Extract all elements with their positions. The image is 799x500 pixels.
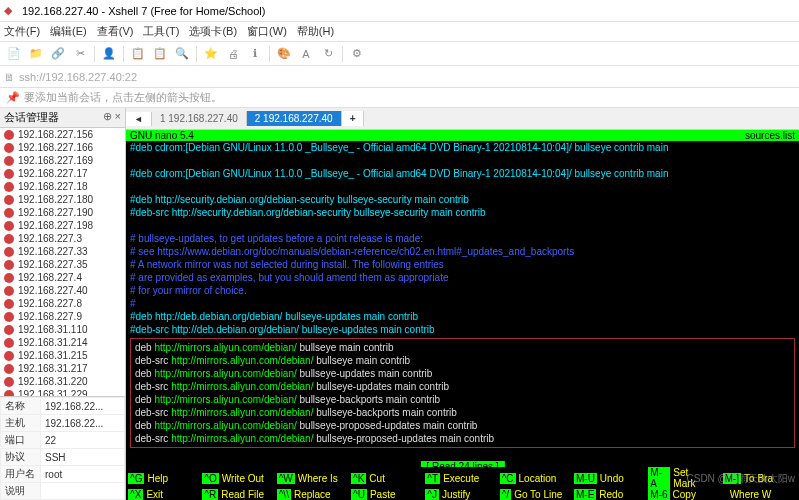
connect-icon[interactable]: 🔗 (48, 44, 68, 64)
host-item[interactable]: 192.168.227.40 (0, 284, 125, 297)
prop-proto-label: 协议 (1, 449, 41, 466)
host-ip: 192.168.31.217 (18, 363, 88, 374)
tab-back-icon[interactable]: ◄ (126, 112, 152, 126)
nano-app: GNU nano 5.4 (130, 130, 194, 141)
separator (269, 46, 270, 62)
nano-cmd: ^WWhere Is (277, 467, 341, 489)
status-dot-icon (4, 312, 14, 322)
nano-line: #deb cdrom:[Debian GNU/Linux 11.0.0 _Bul… (130, 167, 795, 180)
host-item[interactable]: 192.168.31.229 (0, 388, 125, 396)
info-icon[interactable]: ℹ (245, 44, 265, 64)
host-item[interactable]: 192.168.227.198 (0, 219, 125, 232)
prop-host-label: 主机 (1, 415, 41, 432)
nano-cmd: M-UUndo (574, 467, 638, 489)
host-item[interactable]: 192.168.31.215 (0, 349, 125, 362)
menu-window[interactable]: 窗口(W) (247, 24, 287, 39)
menu-file[interactable]: 文件(F) (4, 24, 40, 39)
color-icon[interactable]: 🎨 (274, 44, 294, 64)
host-item[interactable]: 192.168.227.17 (0, 167, 125, 180)
nano-line: deb-src http://mirrors.aliyun.com/debian… (135, 432, 790, 445)
nano-line: deb-src http://mirrors.aliyun.com/debian… (135, 354, 790, 367)
host-item[interactable]: 192.168.227.9 (0, 310, 125, 323)
folder-icon[interactable]: 📁 (26, 44, 46, 64)
nano-cmd: M-6Copy (648, 489, 712, 500)
copy-icon[interactable]: 📋 (128, 44, 148, 64)
menu-tools[interactable]: 工具(T) (143, 24, 179, 39)
bookmark-icon[interactable]: ⭐ (201, 44, 221, 64)
gear-icon[interactable]: ⚙ (347, 44, 367, 64)
lock-icon: 🗎 (4, 71, 15, 83)
host-item[interactable]: 192.168.31.217 (0, 362, 125, 375)
menu-help[interactable]: 帮助(H) (297, 24, 334, 39)
status-dot-icon (4, 286, 14, 296)
separator (123, 46, 124, 62)
host-item[interactable]: 192.168.227.180 (0, 193, 125, 206)
nano-line: deb-src http://mirrors.aliyun.com/debian… (135, 406, 790, 419)
tab-session-1[interactable]: 1 192.168.227.40 (152, 111, 247, 126)
host-ip: 192.168.31.220 (18, 376, 88, 387)
menu-edit[interactable]: 编辑(E) (50, 24, 87, 39)
host-ip: 192.168.227.166 (18, 142, 93, 153)
prop-name-label: 名称 (1, 398, 41, 415)
terminal-area: ◄ 1 192.168.227.40 2 192.168.227.40 + GN… (126, 108, 799, 500)
window-title: 192.168.227.40 - Xshell 7 (Free for Home… (22, 5, 265, 17)
nano-line: deb-src http://mirrors.aliyun.com/debian… (135, 380, 790, 393)
url-text[interactable]: ssh://192.168.227.40:22 (19, 71, 137, 83)
nano-cmd: M-ERedo (574, 489, 638, 500)
host-item[interactable]: 192.168.227.190 (0, 206, 125, 219)
host-item[interactable]: 192.168.227.18 (0, 180, 125, 193)
host-item[interactable]: 192.168.227.35 (0, 258, 125, 271)
pin-icon[interactable]: 📌 (6, 91, 20, 104)
status-dot-icon (4, 273, 14, 283)
status-dot-icon (4, 351, 14, 361)
host-ip: 192.168.227.17 (18, 168, 88, 179)
info-hint: 要添加当前会话，点击左侧的箭头按钮。 (24, 90, 222, 105)
nano-line: # (130, 297, 795, 310)
host-ip: 192.168.227.8 (18, 298, 82, 309)
new-session-icon[interactable]: 📄 (4, 44, 24, 64)
font-icon[interactable]: A (296, 44, 316, 64)
host-list[interactable]: 192.168.227.156192.168.227.166192.168.22… (0, 128, 125, 396)
host-item[interactable]: 192.168.227.3 (0, 232, 125, 245)
host-item[interactable]: 192.168.227.33 (0, 245, 125, 258)
nano-cmd: ^JJustify (425, 489, 489, 500)
prop-port-label: 端口 (1, 432, 41, 449)
nano-cmd: ^GHelp (128, 467, 192, 489)
host-item[interactable]: 192.168.31.214 (0, 336, 125, 349)
address-bar: 🗎 ssh://192.168.227.40:22 (0, 66, 799, 88)
host-ip: 192.168.227.18 (18, 181, 88, 192)
host-ip: 192.168.227.33 (18, 246, 88, 257)
nano-line: # are provided as examples, but you shou… (130, 271, 795, 284)
host-ip: 192.168.227.3 (18, 233, 82, 244)
refresh-icon[interactable]: ↻ (318, 44, 338, 64)
profile-icon[interactable]: 👤 (99, 44, 119, 64)
menu-view[interactable]: 查看(V) (97, 24, 134, 39)
terminal[interactable]: GNU nano 5.4 sources.list #deb cdrom:[De… (126, 130, 799, 500)
nano-cmd: ^XExit (128, 489, 192, 500)
status-dot-icon (4, 130, 14, 140)
host-ip: 192.168.227.198 (18, 220, 93, 231)
host-item[interactable]: 192.168.227.156 (0, 128, 125, 141)
host-item[interactable]: 192.168.227.166 (0, 141, 125, 154)
status-dot-icon (4, 195, 14, 205)
host-item[interactable]: 192.168.31.110 (0, 323, 125, 336)
sidebar-title: 会话管理器 (4, 110, 59, 125)
prop-desc-label: 说明 (1, 483, 41, 500)
host-item[interactable]: 192.168.31.220 (0, 375, 125, 388)
mirror-entries-box: deb http://mirrors.aliyun.com/debian/ bu… (130, 338, 795, 448)
sidebar-close-icon[interactable]: ⊕ × (103, 110, 121, 125)
search-icon[interactable]: 🔍 (172, 44, 192, 64)
tab-session-2[interactable]: 2 192.168.227.40 (247, 111, 342, 126)
tab-add-icon[interactable]: + (342, 111, 365, 126)
status-dot-icon (4, 247, 14, 257)
host-item[interactable]: 192.168.227.4 (0, 271, 125, 284)
host-item[interactable]: 192.168.227.8 (0, 297, 125, 310)
print-icon[interactable]: 🖨 (223, 44, 243, 64)
menu-tabs[interactable]: 选项卡(B) (189, 24, 237, 39)
prop-desc-val (41, 483, 125, 500)
menubar: 文件(F) 编辑(E) 查看(V) 工具(T) 选项卡(B) 窗口(W) 帮助(… (0, 22, 799, 42)
disconnect-icon[interactable]: ✂ (70, 44, 90, 64)
prop-port-val: 22 (41, 432, 125, 449)
paste-icon[interactable]: 📋 (150, 44, 170, 64)
host-item[interactable]: 192.168.227.169 (0, 154, 125, 167)
